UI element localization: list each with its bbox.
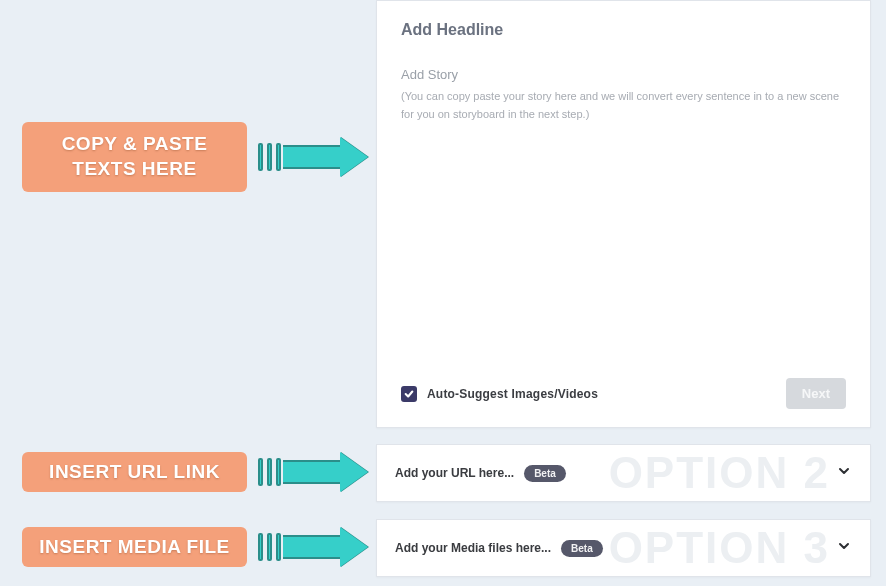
story-panel: Add Headline Add Story (You can copy pas… [376, 0, 871, 428]
callout-insert-media: INSERT MEDIA FILE [22, 527, 247, 567]
callout-copy-paste: COPY & PASTE TEXTS HERE [22, 122, 247, 192]
beta-badge: Beta [524, 465, 566, 482]
beta-badge: Beta [561, 540, 603, 557]
story-hint: (You can copy paste your story here and … [401, 88, 846, 123]
arrow-icon [258, 455, 368, 489]
story-label: Add Story [401, 67, 846, 82]
story-textarea[interactable] [401, 131, 846, 368]
media-panel-title: Add your Media files here... [395, 541, 551, 555]
chevron-down-icon[interactable] [836, 463, 852, 483]
arrow-icon [258, 530, 368, 564]
story-footer: Auto-Suggest Images/Videos Next [401, 368, 846, 409]
headline-input[interactable]: Add Headline [401, 21, 846, 39]
option-watermark: OPTION 2 [609, 448, 830, 498]
arrow-icon [258, 140, 368, 174]
chevron-down-icon[interactable] [836, 538, 852, 558]
media-panel[interactable]: OPTION 3 Add your Media files here... Be… [376, 519, 871, 577]
url-panel[interactable]: OPTION 2 Add your URL here... Beta [376, 444, 871, 502]
callout-insert-url: INSERT URL LINK [22, 452, 247, 492]
option-watermark: OPTION 3 [609, 523, 830, 573]
auto-suggest-label: Auto-Suggest Images/Videos [427, 387, 598, 401]
url-panel-title: Add your URL here... [395, 466, 514, 480]
next-button[interactable]: Next [786, 378, 846, 409]
auto-suggest-checkbox[interactable] [401, 386, 417, 402]
